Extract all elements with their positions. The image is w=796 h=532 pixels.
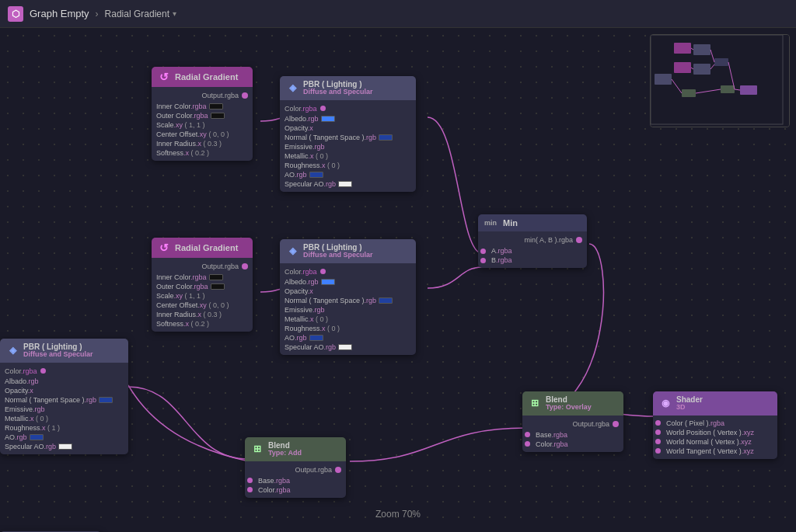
radial-gradient-title-1: Radial Gradient <box>175 72 238 82</box>
blend2-subtitle: Type: Overlay <box>546 404 592 412</box>
pbr2-opacity: Opacity.x <box>285 287 411 296</box>
radial1-output: Output.rgba <box>156 90 248 102</box>
svg-rect-3 <box>693 64 710 75</box>
breadcrumb[interactable]: Radial Gradient ▾ <box>105 9 176 19</box>
blend-overlay-node[interactable]: ⊞ Blend Type: Overlay Output.rgba Base.r… <box>522 391 623 452</box>
pbr2-header: ◈ PBR ( Lighting ) Diffuse and Specular <box>280 239 416 263</box>
blend2-color: Color.rgba <box>527 440 619 449</box>
pbr2-emissive: Emissive.rgb <box>285 305 411 315</box>
pbr1-roughness: Roughness.x ( 0 ) <box>285 161 411 170</box>
svg-rect-7 <box>721 85 735 93</box>
min-header: min Min <box>478 214 587 231</box>
pbr3-subtitle: Diffuse and Specular <box>23 351 93 359</box>
blend2-header: ⊞ Blend Type: Overlay <box>522 391 623 416</box>
svg-line-16 <box>672 79 682 93</box>
blend1-subtitle: Type: Add <box>268 450 302 457</box>
pbr1-emissive: Emissive.rgb <box>285 142 411 151</box>
pbr3-specular-ao: Specular AO.rgb <box>5 442 124 451</box>
pbr3-metallic: Metallic.x ( 0 ) <box>5 414 124 423</box>
pbr-lighting-node-2[interactable]: ◈ PBR ( Lighting ) Diffuse and Specular … <box>280 239 416 355</box>
svg-line-15 <box>696 89 721 93</box>
shader-icon: ◉ <box>659 397 672 409</box>
svg-line-12 <box>710 64 714 69</box>
radial2-output: Output.rgba <box>156 261 248 273</box>
blend2-base: Base.rgba <box>527 430 619 440</box>
radial-gradient-icon-1: ↺ <box>158 71 170 83</box>
radial2-outer-color: Outer Color.rgba <box>156 282 248 291</box>
radial-gradient-header-1: ↺ Radial Gradient <box>152 67 253 87</box>
min-body: min( A, B ).rgba A.rgba B.rgba <box>478 231 587 268</box>
pbr2-specular-ao: Specular AO.rgb <box>285 342 411 352</box>
pbr2-metallic: Metallic.x ( 0 ) <box>285 315 411 324</box>
pbr3-icon: ◈ <box>6 344 19 356</box>
shader-world-tangent: World Tangent ( Vertex ).xyz <box>658 447 773 456</box>
pbr3-opacity: Opacity.x <box>5 386 124 395</box>
pbr1-albedo: Albedo.rgb <box>285 114 411 123</box>
radial1-center-offset: Center Offset.xy ( 0, 0 ) <box>156 130 248 139</box>
radial-gradient-node-1[interactable]: ↺ Radial Gradient Output.rgba Inner Colo… <box>152 67 253 161</box>
radial-gradient-body-1: Output.rgba Inner Color.rgba Outer Color… <box>152 87 253 161</box>
pbr1-color-input: Color.rgba <box>285 105 317 113</box>
pbr-lighting-node-3[interactable]: ◈ PBR ( Lighting ) Diffuse and Specular … <box>0 339 128 454</box>
radial2-softness: Softness.x ( 0.2 ) <box>156 319 248 329</box>
breadcrumb-label: Radial Gradient <box>105 9 169 19</box>
radial1-softness: Softness.x ( 0.2 ) <box>156 148 248 158</box>
svg-rect-2 <box>674 62 691 73</box>
svg-rect-4 <box>655 74 672 85</box>
pbr3-header: ◈ PBR ( Lighting ) Diffuse and Specular <box>0 339 128 363</box>
blend1-color: Color.rgba <box>250 485 341 495</box>
radial1-inner-color: Inner Color.rgba <box>156 102 248 111</box>
blend1-base: Base.rgba <box>250 476 341 485</box>
blend1-icon: ⊞ <box>251 443 264 455</box>
node-canvas[interactable]: ↺ Radial Gradient Output.rgba Inner Colo… <box>0 28 796 532</box>
shader-node[interactable]: ◉ Shader 3D Color ( Pixel ).rgba World P… <box>653 391 777 459</box>
radial2-inner-color: Inner Color.rgba <box>156 273 248 282</box>
radial1-outer-color: Outer Color.rgba <box>156 111 248 120</box>
pbr3-emissive: Emissive.rgb <box>5 405 124 414</box>
shader-subtitle: 3D <box>676 404 703 412</box>
pbr2-normal: Normal ( Tangent Space ).rgb <box>285 296 411 305</box>
blend1-header: ⊞ Blend Type: Add <box>245 437 346 461</box>
shader-world-normal: World Normal ( Vertex ).xyz <box>658 437 773 447</box>
radial-gradient-node-2[interactable]: ↺ Radial Gradient Output.rgba Inner Colo… <box>152 238 253 332</box>
blend1-output: Output.rgba <box>250 464 341 476</box>
pbr3-roughness: Roughness.x ( 1 ) <box>5 423 124 433</box>
blend2-output: Output.rgba <box>527 419 619 430</box>
breadcrumb-separator: › <box>96 9 99 19</box>
pbr1-header: ◈ PBR ( Lighting ) Diffuse and Specular <box>280 76 416 100</box>
pbr3-color-input: Color.rgba <box>5 367 37 375</box>
pbr2-subtitle: Diffuse and Specular <box>303 252 373 259</box>
blend2-body: Output.rgba Base.rgba Color.rgba <box>522 416 623 452</box>
shader-body: Color ( Pixel ).rgba World Position ( Ve… <box>653 416 777 459</box>
minimap <box>650 34 790 127</box>
pbr3-body: Color.rgba Albado.rgb Opacity.x Normal (… <box>0 363 128 454</box>
pbr1-body: Color.rgba Albedo.rgb Opacity.x Normal (… <box>280 100 416 192</box>
min-node[interactable]: min Min min( A, B ).rgba A.rgba B.rgba <box>478 214 587 268</box>
pbr3-normal: Normal ( Tangent Space ).rgb <box>5 395 124 405</box>
shader-color: Color ( Pixel ).rgba <box>658 419 773 428</box>
svg-line-11 <box>710 50 714 62</box>
svg-line-10 <box>691 68 693 69</box>
pbr-lighting-node-1[interactable]: ◈ PBR ( Lighting ) Diffuse and Specular … <box>280 76 416 192</box>
min-output: min( A, B ).rgba <box>483 235 582 246</box>
svg-rect-8 <box>740 85 757 95</box>
radial-gradient-header-2: ↺ Radial Gradient <box>152 238 253 258</box>
pbr1-metallic: Metallic.x ( 0 ) <box>285 151 411 161</box>
min-label-tag: min <box>484 219 497 227</box>
minimap-svg <box>651 35 790 127</box>
pbr3-ao: AO.rgb <box>5 433 124 442</box>
radial1-inner-radius: Inner Radius.x ( 0.3 ) <box>156 139 248 148</box>
breadcrumb-dropdown-icon: ▾ <box>173 9 176 18</box>
radial2-inner-radius: Inner Radius.x ( 0.3 ) <box>156 310 248 319</box>
min-a: A.rgba <box>483 246 582 256</box>
min-b: B.rgba <box>483 256 582 265</box>
blend2-icon: ⊞ <box>529 397 541 409</box>
svg-line-14 <box>735 89 740 90</box>
app-icon: ⬡ <box>8 6 23 22</box>
pbr2-body: Color.rgba Albedo.rgb Opacity.x Normal (… <box>280 263 416 355</box>
svg-line-13 <box>728 62 735 89</box>
shader-world-pos: World Position ( Vertex ).xyz <box>658 428 773 437</box>
svg-rect-5 <box>714 58 728 66</box>
svg-rect-0 <box>674 43 691 54</box>
blend-add-node[interactable]: ⊞ Blend Type: Add Output.rgba Base.rgba … <box>245 437 346 498</box>
